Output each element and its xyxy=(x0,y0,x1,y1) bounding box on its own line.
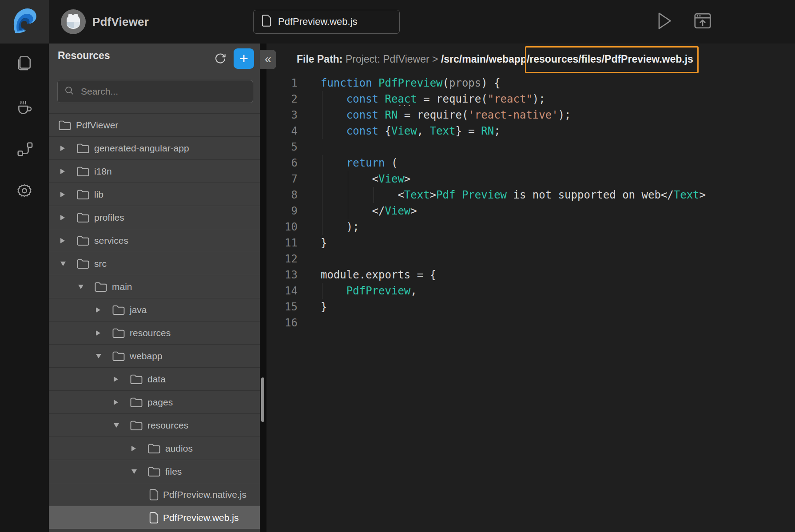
refresh-icon xyxy=(214,52,227,66)
folder-icon xyxy=(112,304,125,315)
gear-icon xyxy=(15,182,34,202)
folder-icon xyxy=(76,166,90,177)
panel-title: Resources xyxy=(58,50,110,62)
tree-item-lib[interactable]: lib xyxy=(49,183,260,206)
caret-right-icon[interactable] xyxy=(60,146,65,151)
code-editor: File Path: Project: PdfViewer > /src/mai… xyxy=(266,44,795,532)
tree-item-i18n[interactable]: i18n xyxy=(49,160,260,183)
code-line: 3 const RN = require('react-native'); xyxy=(266,107,795,123)
project-title: PdfViewer xyxy=(92,0,149,44)
line-number: 4 xyxy=(266,123,298,139)
line-number: 3 xyxy=(266,107,298,123)
tree-item-resources[interactable]: resources xyxy=(49,414,260,437)
caret-right-icon[interactable] xyxy=(60,215,65,220)
tree-item-pages[interactable]: pages xyxy=(49,391,260,414)
line-number: 10 xyxy=(266,219,298,235)
refresh-button[interactable] xyxy=(212,51,228,67)
left-rail xyxy=(0,44,49,532)
tree-item-label: lib xyxy=(94,189,103,200)
file-icon xyxy=(149,489,159,500)
app-logo[interactable] xyxy=(0,0,49,44)
caret-right-icon[interactable] xyxy=(96,307,100,313)
tree-item-label: PdfPreview.native.js xyxy=(163,489,246,500)
tree-item-PdfViewer[interactable]: PdfViewer xyxy=(49,114,260,137)
search-box[interactable] xyxy=(57,80,253,103)
code-line-text: } xyxy=(321,235,327,251)
ide-window: PdfViewer PdfPreview.web.js xyxy=(0,0,795,532)
caret-down-icon[interactable] xyxy=(78,285,83,289)
tree-item-label: services xyxy=(94,235,128,246)
resources-panel: Resources + PdfViewergenerated-angular-a… xyxy=(49,44,260,532)
rail-item-flow[interactable] xyxy=(0,134,49,165)
file-icon xyxy=(262,15,271,29)
caret-down-icon[interactable] xyxy=(96,354,101,358)
search-input[interactable] xyxy=(80,86,253,97)
documents-icon xyxy=(16,54,33,73)
code-line-text: const React = require("react"); xyxy=(321,91,545,107)
folder-icon xyxy=(112,327,125,338)
window-upload-icon xyxy=(693,12,712,32)
tree-item-label: audios xyxy=(165,443,193,454)
tree-item-src[interactable]: src xyxy=(49,252,260,275)
line-number: 7 xyxy=(266,171,298,187)
file-icon xyxy=(149,512,159,524)
file-path-project: Project: PdfViewer > xyxy=(346,53,441,65)
code-line-text: ); xyxy=(321,219,359,235)
folder-icon xyxy=(147,466,161,477)
caret-down-icon[interactable] xyxy=(131,469,137,474)
code-line: 12 xyxy=(266,251,795,267)
tree-item-java[interactable]: java xyxy=(49,298,260,322)
line-number: 8 xyxy=(266,187,298,203)
tree-item-generated-angular-app[interactable]: generated-angular-app xyxy=(49,137,260,160)
rail-item-documents[interactable] xyxy=(0,48,49,79)
line-number: 13 xyxy=(266,267,298,283)
tree-item-label: files xyxy=(165,466,182,477)
tree-item-label: resources xyxy=(130,328,171,338)
tree-item-audios[interactable]: audios xyxy=(49,437,260,460)
code-line: 14 PdfPreview, xyxy=(266,283,795,299)
caret-down-icon[interactable] xyxy=(60,262,66,266)
file-tab-label: PdfPreview.web.js xyxy=(278,16,358,28)
run-button[interactable] xyxy=(655,12,674,31)
folder-icon xyxy=(130,397,143,408)
caret-right-icon[interactable] xyxy=(60,169,65,174)
add-resource-button[interactable]: + xyxy=(234,48,254,69)
code-line: 7 <View> xyxy=(266,171,795,187)
caret-right-icon[interactable] xyxy=(114,377,118,382)
tree-item-services[interactable]: services xyxy=(49,229,260,252)
tree-item-resources[interactable]: resources xyxy=(49,322,260,345)
caret-right-icon[interactable] xyxy=(114,400,118,405)
tree-item-data[interactable]: data xyxy=(49,368,260,391)
line-number: 15 xyxy=(266,299,298,315)
code-line-text: const {View, Text} = RN; xyxy=(321,123,501,139)
tree-item-PdfPreview.native.js[interactable]: PdfPreview.native.js xyxy=(49,483,260,506)
code-line: 5 xyxy=(266,139,795,155)
caret-right-icon[interactable] xyxy=(60,238,65,243)
tree-item-files[interactable]: files xyxy=(49,460,260,483)
tree-item-main[interactable]: main xyxy=(49,275,260,298)
panel-gutter xyxy=(260,44,266,532)
caret-right-icon[interactable] xyxy=(96,330,100,336)
tree-item-webapp[interactable]: webapp xyxy=(49,345,260,368)
tree-item-label: generated-angular-app xyxy=(94,143,189,154)
code-line: 16 xyxy=(266,315,795,331)
line-number: 6 xyxy=(266,155,298,171)
open-file-tab[interactable]: PdfPreview.web.js xyxy=(253,10,400,34)
code-line: 10 ); xyxy=(266,219,795,235)
publish-button[interactable] xyxy=(693,12,712,31)
tree-item-profiles[interactable]: profiles xyxy=(49,206,260,229)
collapse-panel-button[interactable]: « xyxy=(260,50,276,69)
caret-right-icon[interactable] xyxy=(60,192,65,197)
caret-right-icon[interactable] xyxy=(131,446,136,451)
tree-item-label: java xyxy=(130,305,147,315)
tree-item-PdfPreview.web.js[interactable]: PdfPreview.web.js xyxy=(49,506,260,529)
code-line: 6 return ( xyxy=(266,155,795,171)
caret-down-icon[interactable] xyxy=(114,423,119,428)
rail-item-settings[interactable] xyxy=(0,176,49,207)
scrollbar-thumb[interactable] xyxy=(261,377,264,422)
code-pane[interactable]: ··· 1function PdfPreview(props) {2 const… xyxy=(266,75,795,532)
file-tree: PdfViewergenerated-angular-appi18nlibpro… xyxy=(49,113,260,529)
line-number: 11 xyxy=(266,235,298,251)
rail-item-coffee[interactable] xyxy=(0,91,49,122)
code-line-text: </View> xyxy=(321,203,417,219)
